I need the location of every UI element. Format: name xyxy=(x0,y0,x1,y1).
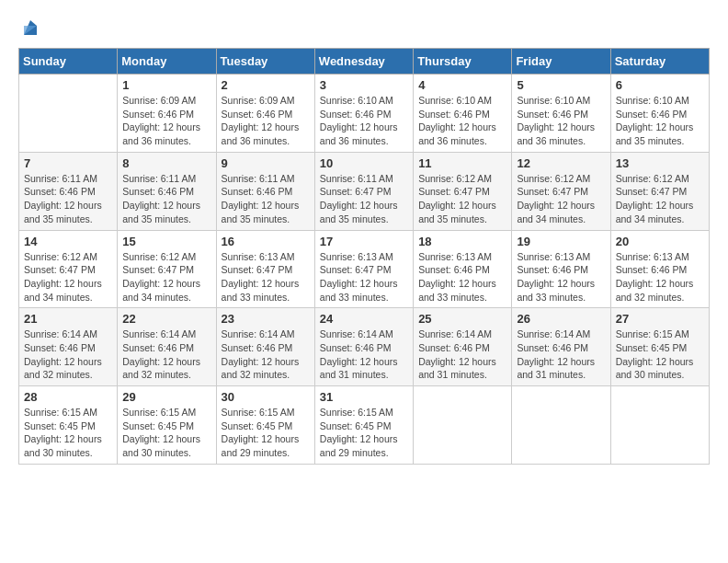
calendar-cell: 12Sunrise: 6:12 AMSunset: 6:47 PMDayligh… xyxy=(512,152,610,230)
calendar-cell: 11Sunrise: 6:12 AMSunset: 6:47 PMDayligh… xyxy=(414,152,512,230)
day-info: Sunrise: 6:14 AMSunset: 6:46 PMDaylight:… xyxy=(320,327,408,382)
day-number: 28 xyxy=(24,390,112,404)
calendar-header-sunday: Sunday xyxy=(19,49,118,75)
logo-icon xyxy=(20,18,40,39)
day-number: 18 xyxy=(418,235,506,248)
calendar-cell: 27Sunrise: 6:15 AMSunset: 6:45 PMDayligh… xyxy=(610,308,709,386)
calendar-cell: 4Sunrise: 6:10 AMSunset: 6:46 PMDaylight… xyxy=(414,75,512,153)
calendar-cell: 10Sunrise: 6:11 AMSunset: 6:47 PMDayligh… xyxy=(314,152,413,230)
day-info: Sunrise: 6:15 AMSunset: 6:45 PMDaylight:… xyxy=(24,406,112,460)
calendar-cell: 25Sunrise: 6:14 AMSunset: 6:46 PMDayligh… xyxy=(414,308,512,386)
day-number: 26 xyxy=(517,312,605,326)
day-info: Sunrise: 6:15 AMSunset: 6:45 PMDaylight:… xyxy=(616,327,704,382)
day-info: Sunrise: 6:15 AMSunset: 6:45 PMDaylight:… xyxy=(222,406,310,460)
calendar-cell: 18Sunrise: 6:13 AMSunset: 6:46 PMDayligh… xyxy=(414,230,512,308)
day-info: Sunrise: 6:10 AMSunset: 6:46 PMDaylight:… xyxy=(320,94,408,148)
day-number: 1 xyxy=(122,78,210,92)
calendar-header-row: SundayMondayTuesdayWednesdayThursdayFrid… xyxy=(19,49,710,75)
calendar-header-monday: Monday xyxy=(118,49,216,75)
day-number: 29 xyxy=(122,390,210,404)
day-info: Sunrise: 6:14 AMSunset: 6:46 PMDaylight:… xyxy=(122,327,210,382)
day-info: Sunrise: 6:15 AMSunset: 6:45 PMDaylight:… xyxy=(320,406,408,460)
calendar-cell: 17Sunrise: 6:13 AMSunset: 6:47 PMDayligh… xyxy=(314,230,413,308)
day-info: Sunrise: 6:12 AMSunset: 6:47 PMDaylight:… xyxy=(24,250,112,304)
day-info: Sunrise: 6:13 AMSunset: 6:47 PMDaylight:… xyxy=(222,250,310,304)
day-number: 10 xyxy=(320,156,408,170)
day-number: 9 xyxy=(222,156,310,170)
calendar-cell xyxy=(414,386,512,465)
day-number: 19 xyxy=(517,235,605,248)
day-number: 15 xyxy=(122,235,210,248)
day-info: Sunrise: 6:12 AMSunset: 6:47 PMDaylight:… xyxy=(517,172,605,226)
calendar-cell: 22Sunrise: 6:14 AMSunset: 6:46 PMDayligh… xyxy=(118,308,216,386)
calendar-cell: 2Sunrise: 6:09 AMSunset: 6:46 PMDaylight… xyxy=(216,75,314,153)
day-info: Sunrise: 6:10 AMSunset: 6:46 PMDaylight:… xyxy=(517,94,605,148)
calendar-cell: 1Sunrise: 6:09 AMSunset: 6:46 PMDaylight… xyxy=(118,75,216,153)
calendar-cell: 9Sunrise: 6:11 AMSunset: 6:46 PMDaylight… xyxy=(216,152,314,230)
calendar-header-tuesday: Tuesday xyxy=(216,49,314,75)
day-number: 14 xyxy=(24,235,112,248)
calendar-cell xyxy=(610,386,709,465)
calendar-week-3: 14Sunrise: 6:12 AMSunset: 6:47 PMDayligh… xyxy=(19,230,710,308)
calendar-cell: 8Sunrise: 6:11 AMSunset: 6:46 PMDaylight… xyxy=(118,152,216,230)
calendar-cell: 21Sunrise: 6:14 AMSunset: 6:46 PMDayligh… xyxy=(19,308,118,386)
calendar-cell: 29Sunrise: 6:15 AMSunset: 6:45 PMDayligh… xyxy=(118,386,216,465)
calendar-cell: 7Sunrise: 6:11 AMSunset: 6:46 PMDaylight… xyxy=(19,152,118,230)
day-info: Sunrise: 6:12 AMSunset: 6:47 PMDaylight:… xyxy=(418,172,506,226)
calendar-header-wednesday: Wednesday xyxy=(314,49,413,75)
day-number: 17 xyxy=(320,235,408,248)
calendar-cell: 6Sunrise: 6:10 AMSunset: 6:46 PMDaylight… xyxy=(610,75,709,153)
day-info: Sunrise: 6:12 AMSunset: 6:47 PMDaylight:… xyxy=(616,172,704,226)
calendar-cell: 31Sunrise: 6:15 AMSunset: 6:45 PMDayligh… xyxy=(314,386,413,465)
day-number: 5 xyxy=(517,78,605,92)
logo xyxy=(18,18,40,39)
calendar-cell: 23Sunrise: 6:14 AMSunset: 6:46 PMDayligh… xyxy=(216,308,314,386)
calendar-cell: 26Sunrise: 6:14 AMSunset: 6:46 PMDayligh… xyxy=(512,308,610,386)
calendar-cell: 30Sunrise: 6:15 AMSunset: 6:45 PMDayligh… xyxy=(216,386,314,465)
day-info: Sunrise: 6:11 AMSunset: 6:46 PMDaylight:… xyxy=(122,172,210,226)
day-info: Sunrise: 6:14 AMSunset: 6:46 PMDaylight:… xyxy=(222,327,310,382)
day-number: 30 xyxy=(222,390,310,404)
calendar-cell: 5Sunrise: 6:10 AMSunset: 6:46 PMDaylight… xyxy=(512,75,610,153)
page-header xyxy=(18,18,710,39)
day-info: Sunrise: 6:13 AMSunset: 6:46 PMDaylight:… xyxy=(616,250,704,304)
day-number: 16 xyxy=(222,235,310,248)
day-info: Sunrise: 6:09 AMSunset: 6:46 PMDaylight:… xyxy=(222,94,310,148)
day-info: Sunrise: 6:10 AMSunset: 6:46 PMDaylight:… xyxy=(418,94,506,148)
calendar-cell: 16Sunrise: 6:13 AMSunset: 6:47 PMDayligh… xyxy=(216,230,314,308)
calendar-cell: 3Sunrise: 6:10 AMSunset: 6:46 PMDaylight… xyxy=(314,75,413,153)
day-number: 12 xyxy=(517,156,605,170)
calendar-header-saturday: Saturday xyxy=(610,49,709,75)
day-info: Sunrise: 6:12 AMSunset: 6:47 PMDaylight:… xyxy=(122,250,210,304)
day-info: Sunrise: 6:15 AMSunset: 6:45 PMDaylight:… xyxy=(122,406,210,460)
day-number: 2 xyxy=(222,78,310,92)
calendar-header-friday: Friday xyxy=(512,49,610,75)
calendar-week-4: 21Sunrise: 6:14 AMSunset: 6:46 PMDayligh… xyxy=(19,308,710,386)
calendar-cell xyxy=(19,75,118,153)
day-number: 8 xyxy=(122,156,210,170)
day-number: 31 xyxy=(320,390,408,404)
day-info: Sunrise: 6:11 AMSunset: 6:46 PMDaylight:… xyxy=(24,172,112,226)
day-number: 24 xyxy=(320,312,408,326)
calendar-week-2: 7Sunrise: 6:11 AMSunset: 6:46 PMDaylight… xyxy=(19,152,710,230)
day-number: 13 xyxy=(616,156,704,170)
calendar-cell: 28Sunrise: 6:15 AMSunset: 6:45 PMDayligh… xyxy=(19,386,118,465)
calendar-table: SundayMondayTuesdayWednesdayThursdayFrid… xyxy=(18,48,710,465)
day-info: Sunrise: 6:09 AMSunset: 6:46 PMDaylight:… xyxy=(122,94,210,148)
day-info: Sunrise: 6:13 AMSunset: 6:46 PMDaylight:… xyxy=(418,250,506,304)
calendar-week-1: 1Sunrise: 6:09 AMSunset: 6:46 PMDaylight… xyxy=(19,75,710,153)
day-info: Sunrise: 6:13 AMSunset: 6:47 PMDaylight:… xyxy=(320,250,408,304)
day-info: Sunrise: 6:14 AMSunset: 6:46 PMDaylight:… xyxy=(418,327,506,382)
calendar-cell xyxy=(512,386,610,465)
day-number: 25 xyxy=(418,312,506,326)
day-number: 23 xyxy=(222,312,310,326)
day-number: 7 xyxy=(24,156,112,170)
day-number: 27 xyxy=(616,312,704,326)
day-number: 4 xyxy=(418,78,506,92)
day-info: Sunrise: 6:14 AMSunset: 6:46 PMDaylight:… xyxy=(517,327,605,382)
day-number: 22 xyxy=(122,312,210,326)
day-number: 11 xyxy=(418,156,506,170)
day-number: 20 xyxy=(616,235,704,248)
calendar-cell: 20Sunrise: 6:13 AMSunset: 6:46 PMDayligh… xyxy=(610,230,709,308)
calendar-cell: 19Sunrise: 6:13 AMSunset: 6:46 PMDayligh… xyxy=(512,230,610,308)
